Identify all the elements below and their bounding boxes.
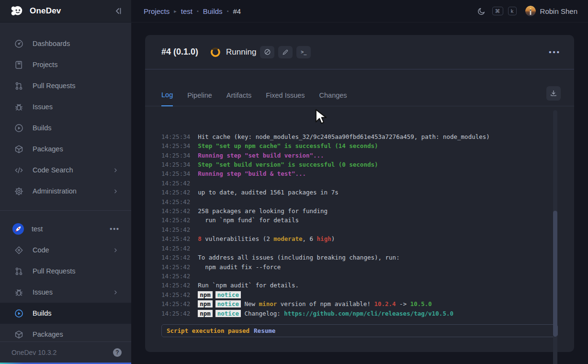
sidebar-item-issues[interactable]: Issues <box>0 282 131 303</box>
build-more-icon[interactable]: ••• <box>549 48 561 56</box>
app-name: OneDev <box>30 6 114 16</box>
shortcut-k-key: k <box>508 7 517 15</box>
breadcrumb-builds[interactable]: Builds <box>203 7 223 15</box>
log-text-segment: up to date, audited 1561 packages in 7s <box>198 189 339 196</box>
sidebar: OneDev DashboardsProjectsPull RequestsIs… <box>0 0 131 364</box>
sidebar-item-packages[interactable]: Packages <box>0 138 131 159</box>
pull-request-icon <box>14 81 23 91</box>
sidebar-footer: OneDev 10.3.2 ? <box>0 341 131 363</box>
log-line: 14:25:42To address all issues (including… <box>161 253 558 262</box>
breadcrumb-test[interactable]: test <box>181 7 192 15</box>
log-text-segment: Step "set build version" is successful (… <box>198 161 378 168</box>
log-text-segment: vulnerabilities (2 <box>202 235 274 242</box>
log-message: npmnotice New minor version of npm avail… <box>198 299 432 308</box>
log-line: 14:25:34Hit cache (key: node_modules_32/… <box>161 132 558 141</box>
sidebar-item-issues[interactable]: Issues <box>0 96 131 117</box>
project-name: test <box>32 225 110 233</box>
breadcrumb: Projects▸test•Builds•#4 <box>144 7 241 15</box>
resume-link[interactable]: Resume <box>254 327 275 334</box>
log-message: npmnotice <box>198 290 241 299</box>
npm-badge: npm <box>198 291 213 298</box>
sidebar-collapse-icon[interactable] <box>114 7 123 15</box>
log-scrollbar-track[interactable] <box>553 110 557 364</box>
cancel-build-button[interactable] <box>260 46 274 58</box>
sidebar-item-label: Code <box>33 246 49 254</box>
log-timestamp: 14:25:42 <box>161 216 190 225</box>
log-line: 14:25:34Step "set up npm cache" is succe… <box>161 141 558 150</box>
log-line: 14:25:42 <box>161 179 558 188</box>
log-message: npm audit fix --force <box>198 262 281 272</box>
log-message: Hit cache (key: node_modules_32/9c2405aa… <box>198 132 490 141</box>
log-text-segment: 8 <box>198 235 202 242</box>
edit-build-button[interactable] <box>278 46 293 58</box>
project-more-icon[interactable]: ••• <box>110 225 120 233</box>
project-rocket-avatar <box>12 223 24 235</box>
log-line: 14:25:42npmnotice Changelog: https://git… <box>161 309 558 318</box>
npm-badge: npm <box>198 300 213 307</box>
play-circle-icon <box>14 309 23 318</box>
sidebar-item-label: Administration <box>33 187 77 195</box>
log-message: Running step "build & test"... <box>198 169 306 178</box>
log-text-segment: npm audit fix --force <box>198 263 281 271</box>
sidebar-item-dashboards[interactable]: Dashboards <box>0 33 131 54</box>
play-circle-icon <box>14 124 23 133</box>
breadcrumb-projects[interactable]: Projects <box>144 7 170 15</box>
tab-pipeline[interactable]: Pipeline <box>187 91 212 106</box>
paused-message: Script execution paused <box>167 327 249 334</box>
sidebar-project-row[interactable]: test ••• <box>0 218 131 239</box>
bug-icon <box>14 102 23 112</box>
chevron-right-icon <box>113 188 119 194</box>
sidebar-item-projects[interactable]: Projects <box>0 54 131 75</box>
running-spinner-icon <box>210 46 221 58</box>
log-message: run `npm fund` for details <box>198 216 299 225</box>
user-menu[interactable]: Robin Shen <box>525 6 577 16</box>
build-log[interactable]: 14:25:34Hit cache (key: node_modules_32/… <box>145 116 574 318</box>
tab-changes[interactable]: Changes <box>319 91 347 106</box>
log-line: 14:25:42 <box>161 272 558 281</box>
log-timestamp: 14:25:34 <box>161 151 190 160</box>
build-tabs: LogPipelineArtifactsFixed IssuesChanges <box>145 69 574 106</box>
log-line: 14:25:42 <box>161 244 558 253</box>
tab-fixed-issues[interactable]: Fixed Issues <box>266 91 305 106</box>
sidebar-item-code[interactable]: Code <box>0 239 131 261</box>
log-scrollbar-thumb[interactable] <box>553 211 557 337</box>
log-timestamp: 14:25:34 <box>161 132 190 141</box>
sidebar-main-nav: DashboardsProjectsPull RequestsIssuesBui… <box>0 23 131 202</box>
dashboard-icon <box>14 39 23 48</box>
code-icon <box>14 246 23 255</box>
sidebar-item-builds[interactable]: Builds <box>0 303 131 324</box>
notice-badge: notice <box>215 291 241 298</box>
download-log-button[interactable] <box>546 86 561 101</box>
user-name: Robin Shen <box>540 7 577 15</box>
log-timestamp: 14:25:42 <box>161 299 190 308</box>
tab-artifacts[interactable]: Artifacts <box>226 91 251 106</box>
log-timestamp: 14:25:42 <box>161 206 190 216</box>
log-message: 8 vulnerabilities (2 moderate, 6 high) <box>198 234 335 243</box>
log-text-segment: Run `npm audit` for details. <box>198 282 299 289</box>
sidebar-item-label: Code Search <box>33 166 73 174</box>
terminal-button[interactable]: >_ <box>296 46 311 58</box>
sidebar-item-code-search[interactable]: Code Search <box>0 159 131 181</box>
tab-log[interactable]: Log <box>161 91 173 106</box>
sidebar-item-builds[interactable]: Builds <box>0 117 131 138</box>
log-timestamp: 14:25:42 <box>161 309 190 318</box>
sidebar-item-label: Packages <box>33 330 63 338</box>
sidebar-item-label: Packages <box>33 145 63 153</box>
sidebar-item-administration[interactable]: Administration <box>0 181 131 202</box>
sidebar-item-pull-requests[interactable]: Pull Requests <box>0 261 131 282</box>
log-message: Run `npm audit` for details. <box>198 281 299 290</box>
sidebar-item-pull-requests[interactable]: Pull Requests <box>0 75 131 96</box>
dark-mode-moon-icon[interactable] <box>477 7 486 15</box>
log-timestamp: 14:25:42 <box>161 197 190 206</box>
onedev-logo-icon <box>10 4 24 18</box>
log-text-segment: Hit cache (key: node_modules_32/9c2405aa… <box>198 133 490 140</box>
log-text-segment: Running step "set build version"... <box>198 152 324 159</box>
breadcrumb-build-4: #4 <box>233 7 241 15</box>
log-text-segment: Changelog: <box>241 310 284 317</box>
npm-badge: npm <box>198 310 213 317</box>
help-icon[interactable]: ? <box>113 348 122 357</box>
build-header: #4 (0.1.0) Running >_ ••• <box>145 35 574 69</box>
log-line: 14:25:428 vulnerabilities (2 moderate, 6… <box>161 234 558 243</box>
log-line: 14:25:42npmnotice <box>161 290 558 299</box>
sidebar-item-label: Issues <box>33 103 53 111</box>
